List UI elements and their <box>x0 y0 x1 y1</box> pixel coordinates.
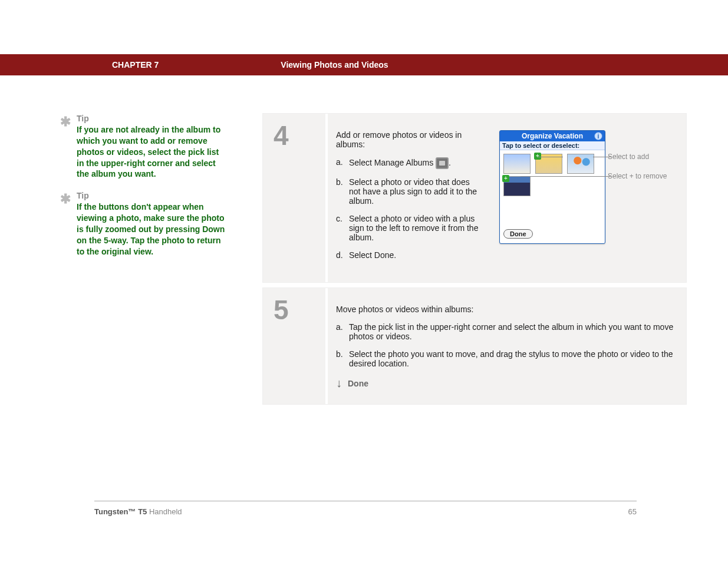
substep: b. Select the photo you want to move, an… <box>336 349 676 368</box>
tip-heading: Tip <box>77 190 227 201</box>
chapter-header: CHAPTER 7 Viewing Photos and Videos <box>0 54 728 75</box>
callout-line <box>575 176 611 177</box>
substep-text: Select a photo or video with a plus sign… <box>349 214 480 242</box>
product-name-bold: Tungsten™ T5 <box>94 507 147 516</box>
step-intro: Move photos or videos within albums: <box>336 305 676 314</box>
callout-label-remove: Select + to remove <box>608 172 696 180</box>
chapter-title: Viewing Photos and Videos <box>281 60 388 70</box>
step-intro: Add or remove photos or videos in albums… <box>336 130 480 149</box>
product-name: Tungsten™ T5 Handheld <box>94 507 182 516</box>
manage-albums-icon <box>436 157 449 169</box>
thumbnail <box>503 154 531 174</box>
plus-icon: + <box>534 153 541 160</box>
palm-screenshot: Organize Vacation i Tap to select or des… <box>499 130 605 244</box>
tip-block: ✱ Tip If the buttons don't appear when v… <box>77 190 227 257</box>
step-number: 5 <box>274 294 325 326</box>
callout-line <box>538 157 563 157</box>
thumbnail-with-plus: + <box>503 176 531 196</box>
chapter-label: CHAPTER 7 <box>112 60 159 70</box>
substep: c. Select a photo or video with a plus s… <box>336 214 480 242</box>
substep-text: Select the photo you want to move, and d… <box>349 349 676 368</box>
substep-text-post: . <box>449 158 451 167</box>
thumbnail <box>567 154 594 174</box>
substep-marker: a. <box>336 322 349 341</box>
substep-list: a. Tap the pick list in the upper-right … <box>336 322 676 368</box>
palm-screenshot-callout: Organize Vacation i Tap to select or des… <box>499 130 697 244</box>
substep-text: Select Done. <box>349 250 396 260</box>
asterisk-icon: ✱ <box>60 190 71 208</box>
substep-text: Tap the pick list in the upper-right cor… <box>349 322 676 341</box>
thumb-row: + <box>500 174 605 200</box>
sidebar-tips: ✱ Tip If you are not already in the albu… <box>77 113 227 268</box>
substep-text: Select Manage Albums . <box>349 157 451 169</box>
done-indicator: ↓ Done <box>336 376 676 390</box>
substep: a. Select Manage Albums . <box>336 157 480 169</box>
down-arrow-icon: ↓ <box>336 376 342 390</box>
substep: b. Select a photo or video that does not… <box>336 177 480 206</box>
step-number: 4 <box>274 120 325 151</box>
substep-marker: a. <box>336 157 349 169</box>
step-5: 5 Move photos or videos within albums: a… <box>262 287 687 405</box>
substep-list: a. Select Manage Albums . b. Select a ph… <box>336 157 480 260</box>
palm-titlebar: Organize Vacation i <box>500 131 605 141</box>
tip-body: If the buttons don't appear when viewing… <box>77 201 227 257</box>
callout-label-add: Select to add <box>608 153 678 161</box>
tip-body: If you are not already in the album to w… <box>77 124 227 180</box>
substep: d. Select Done. <box>336 250 480 260</box>
product-name-rest: Handheld <box>147 507 182 516</box>
step-number-column: 5 <box>263 288 328 404</box>
substep: a. Tap the pick list in the upper-right … <box>336 322 676 341</box>
thumb-row: + <box>500 150 605 174</box>
substep-text-pre: Select Manage Albums <box>349 158 436 167</box>
info-icon: i <box>594 132 602 140</box>
palm-subheader: Tap to select or deselect: <box>500 141 605 150</box>
step-body: Move photos or videos within albums: a. … <box>328 288 686 404</box>
palm-done-label: Done <box>503 229 533 239</box>
step-number-column: 4 <box>263 114 328 282</box>
page-number: 65 <box>628 507 637 516</box>
substep-marker: c. <box>336 214 349 242</box>
substep-marker: b. <box>336 177 349 206</box>
substep-marker: d. <box>336 250 349 260</box>
tip-block: ✱ Tip If you are not already in the albu… <box>77 113 227 180</box>
page-footer: Tungsten™ T5 Handheld 65 <box>94 501 637 516</box>
step-body: Add or remove photos or videos in albums… <box>328 114 686 282</box>
done-label: Done <box>348 379 368 388</box>
step-4: 4 Add or remove photos or videos in albu… <box>262 113 687 283</box>
asterisk-icon: ✱ <box>60 113 71 131</box>
plus-icon: + <box>502 175 509 182</box>
thumbnail-image <box>571 157 592 170</box>
palm-done-button: Done <box>503 229 601 239</box>
substep-text: Select a photo or video that does not ha… <box>349 177 480 206</box>
main-steps: 4 Add or remove photos or videos in albu… <box>262 113 687 409</box>
palm-title-text: Organize Vacation <box>522 132 583 140</box>
substep-marker: b. <box>336 349 349 368</box>
tip-heading: Tip <box>77 113 227 124</box>
